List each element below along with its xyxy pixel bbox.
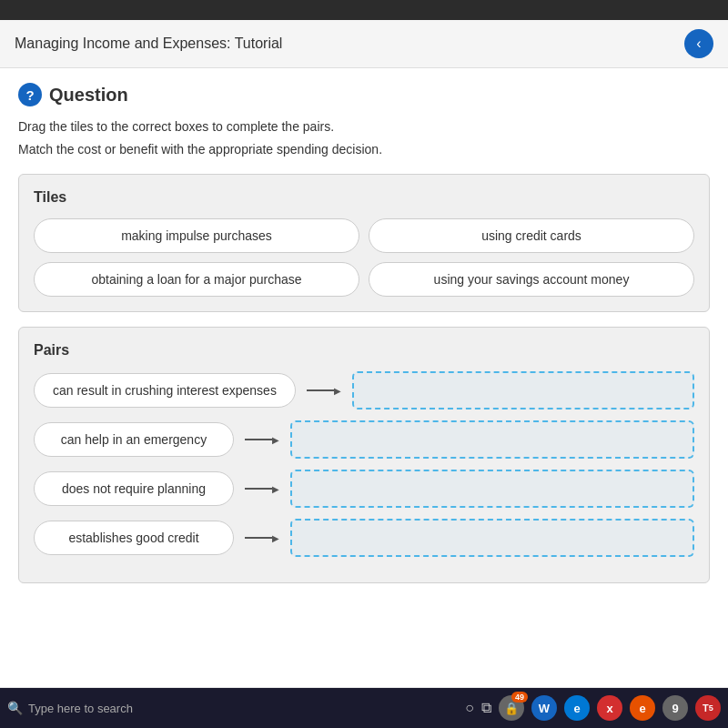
taskbar-icons: ○ ⧉ 🔒 49 W e x e 9 T5 <box>465 695 721 721</box>
main-content: ? Question Drag the tiles to the correct… <box>0 68 728 687</box>
pair-label-1: can result in crushing interest expenses <box>34 373 296 408</box>
taskview-icon[interactable]: ⧉ <box>481 700 491 716</box>
pair-row-2: can help in an emergency <box>34 420 694 459</box>
tile-obtaining-loan[interactable]: obtaining a loan for a major purchase <box>34 262 359 297</box>
pair-drop-zone-2[interactable] <box>290 420 694 459</box>
tiles-grid: making impulse purchases using credit ca… <box>34 218 694 297</box>
pair-label-4: establishes good credit <box>34 521 234 555</box>
notification-badge: 49 <box>511 692 528 703</box>
nine-icon[interactable]: 9 <box>662 695 688 721</box>
app-header: Managing Income and Expenses: Tutorial ‹ <box>0 20 728 68</box>
top-bar <box>0 0 728 20</box>
pairs-section: Pairs can result in crushing interest ex… <box>18 327 710 583</box>
tile-making-impulse[interactable]: making impulse purchases <box>34 218 359 253</box>
pair-arrow-3 <box>245 484 279 494</box>
edge-icon[interactable]: e <box>564 695 590 721</box>
ts-icon[interactable]: T5 <box>695 695 721 721</box>
word-icon[interactable]: W <box>531 695 557 721</box>
pair-drop-zone-1[interactable] <box>352 371 694 410</box>
pair-row-3: does not require planning <box>34 470 694 508</box>
pair-row-4: establishes good credit <box>34 519 694 557</box>
tile-savings-account[interactable]: using your savings account money <box>369 262 694 297</box>
pairs-label: Pairs <box>34 342 694 359</box>
instruction-2: Match the cost or benefit with the appro… <box>18 140 710 159</box>
taskbar-search[interactable]: 🔍 Type here to search <box>7 701 133 715</box>
lock-wrapper: 🔒 49 <box>499 695 524 721</box>
pair-row-1: can result in crushing interest expenses <box>34 371 694 410</box>
excel-icon[interactable]: x <box>597 695 622 721</box>
pair-drop-zone-4[interactable] <box>290 519 694 557</box>
question-header: ? Question <box>18 83 710 106</box>
back-button[interactable]: ‹ <box>684 29 713 58</box>
question-icon: ? <box>18 83 42 106</box>
tile-using-credit[interactable]: using credit cards <box>369 218 694 253</box>
pair-arrow-4 <box>245 533 279 543</box>
search-icon: 🔍 <box>7 701 23 715</box>
instruction-1: Drag the tiles to the correct boxes to c… <box>18 117 710 136</box>
pair-label-3: does not require planning <box>34 471 234 506</box>
taskbar: 🔍 Type here to search ○ ⧉ 🔒 49 W e x e 9… <box>0 688 728 728</box>
tiles-section: Tiles making impulse purchases using cre… <box>18 174 710 312</box>
question-title: Question <box>49 85 128 106</box>
app-title: Managing Income and Expenses: Tutorial <box>15 35 282 52</box>
tiles-label: Tiles <box>34 189 694 206</box>
ie-icon[interactable]: e <box>630 695 655 721</box>
pair-drop-zone-3[interactable] <box>290 470 694 508</box>
pair-label-2: can help in an emergency <box>34 422 234 457</box>
pair-arrow-2 <box>245 435 279 445</box>
pair-arrow-1 <box>307 386 341 396</box>
search-placeholder: Type here to search <box>28 702 133 715</box>
cortana-icon[interactable]: ○ <box>465 700 474 716</box>
